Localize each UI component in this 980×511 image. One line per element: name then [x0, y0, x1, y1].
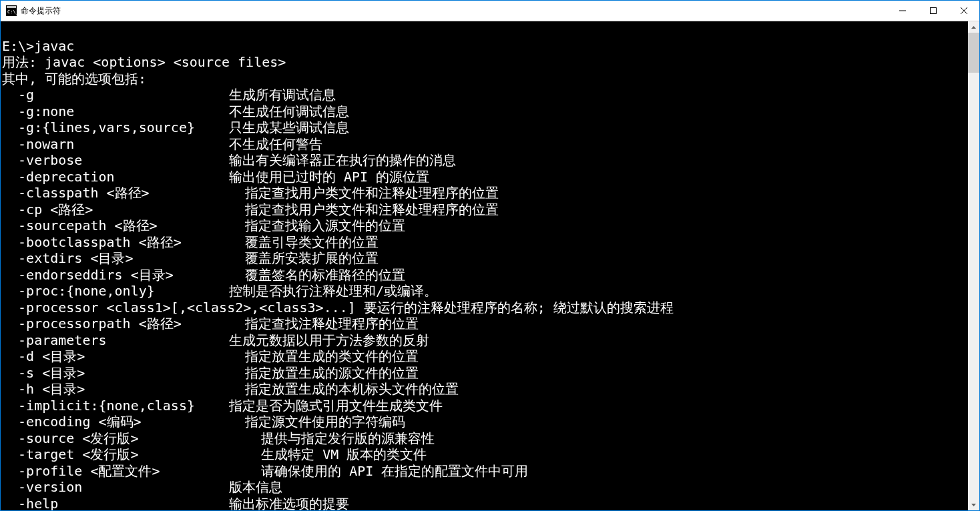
vertical-scrollbar[interactable] — [968, 21, 979, 510]
header-line: 其中, 可能的选项包括: — [2, 71, 146, 87]
option-desc: 指定查找用户类文件和注释处理程序的位置 — [229, 201, 499, 217]
titlebar[interactable]: C:\_ 命令提示符 — [1, 1, 979, 21]
option-flag: -version — [2, 479, 229, 496]
option-line: -bootclasspath <路径> 覆盖引导类文件的位置 — [2, 234, 968, 251]
option-flag: -cp <路径> — [2, 201, 229, 218]
option-line: -processorpath <路径> 指定查找注释处理程序的位置 — [2, 316, 968, 332]
option-flag: -sourcepath <路径> — [2, 217, 229, 234]
option-desc: 版本信息 — [229, 479, 282, 495]
option-line: -sourcepath <路径> 指定查找输入源文件的位置 — [2, 217, 968, 234]
option-flag: -g:{lines,vars,source} — [2, 119, 229, 136]
option-line: -h <目录> 指定放置生成的本机标头文件的位置 — [2, 381, 968, 398]
option-flag: -implicit:{none,class} — [2, 398, 229, 414]
option-flag: -deprecation — [2, 169, 229, 185]
option-flag: -g:none — [2, 103, 229, 120]
option-line: -version版本信息 — [2, 479, 968, 496]
option-desc: 指定是否为隐式引用文件生成类文件 — [229, 398, 443, 414]
close-button[interactable] — [949, 1, 979, 21]
option-desc: 指定查找注释处理程序的位置 — [229, 316, 419, 332]
option-line: -cp <路径> 指定查找用户类文件和注释处理程序的位置 — [2, 201, 968, 218]
cmd-icon: C:\_ — [6, 5, 17, 16]
option-line: -parameters生成元数据以用于方法参数的反射 — [2, 332, 968, 349]
option-desc: 生成元数据以用于方法参数的反射 — [229, 332, 429, 348]
scroll-up-arrow[interactable] — [968, 21, 979, 33]
option-line: -deprecation输出使用已过时的 API 的源位置 — [2, 169, 968, 185]
option-line: -profile <配置文件> 请确保使用的 API 在指定的配置文件中可用 — [2, 463, 968, 480]
option-desc: 指定放置生成的本机标头文件的位置 — [229, 381, 459, 397]
window-title: 命令提示符 — [21, 5, 61, 17]
option-flag: -target <发行版> — [2, 446, 229, 463]
option-flag: -s <目录> — [2, 365, 229, 382]
option-flag: -g — [2, 87, 229, 103]
option-line: -g:none不生成任何调试信息 — [2, 103, 968, 120]
option-line: -help输出标准选项的提要 — [2, 496, 968, 511]
option-desc: 覆盖所安装扩展的位置 — [229, 250, 379, 266]
option-line: -classpath <路径> 指定查找用户类文件和注释处理程序的位置 — [2, 185, 968, 201]
prompt: E:\> — [2, 38, 34, 54]
option-flag: -nowarn — [2, 136, 229, 153]
option-line: -nowarn不生成任何警告 — [2, 136, 968, 153]
option-desc: 指定查找用户类文件和注释处理程序的位置 — [229, 185, 499, 201]
client-area: E:\>javac 用法: javac <options> <source fi… — [1, 21, 979, 510]
option-flag: -verbose — [2, 152, 229, 169]
scroll-down-arrow[interactable] — [968, 499, 979, 510]
option-desc: 覆盖引导类文件的位置 — [229, 234, 379, 250]
option-flag: -d <目录> — [2, 348, 229, 365]
option-flag: -classpath <路径> — [2, 185, 229, 201]
option-desc: 输出有关编译器正在执行的操作的消息 — [229, 152, 456, 168]
option-flag: -processorpath <路径> — [2, 316, 229, 332]
option-flag: -h <目录> — [2, 381, 229, 398]
command: javac — [34, 38, 74, 54]
option-desc: 指定放置生成的源文件的位置 — [229, 365, 419, 381]
option-flag: -proc:{none,only} — [2, 283, 229, 300]
usage-line: 用法: javac <options> <source files> — [2, 54, 286, 70]
option-desc: 不生成任何调试信息 — [229, 103, 349, 119]
scroll-thumb[interactable] — [968, 33, 979, 73]
option-line: -implicit:{none,class}指定是否为隐式引用文件生成类文件 — [2, 398, 968, 414]
option-line: -encoding <编码> 指定源文件使用的字符编码 — [2, 414, 968, 430]
option-line: -processor <class1>[,<class2>,<class3>..… — [2, 300, 674, 316]
option-desc: 覆盖签名的标准路径的位置 — [229, 267, 405, 283]
maximize-button[interactable] — [918, 1, 949, 21]
minimize-button[interactable] — [887, 1, 918, 21]
command-prompt-window: C:\_ 命令提示符 E:\>javac 用法: javac <options>… — [0, 0, 980, 511]
option-desc: 指定放置生成的类文件的位置 — [229, 348, 419, 364]
empty-line — [2, 21, 10, 37]
terminal-output[interactable]: E:\>javac 用法: javac <options> <source fi… — [1, 21, 968, 510]
option-line: -source <发行版> 提供与指定发行版的源兼容性 — [2, 430, 968, 447]
option-desc: 指定查找输入源文件的位置 — [229, 217, 405, 233]
option-line: -g生成所有调试信息 — [2, 87, 968, 103]
option-line: -s <目录> 指定放置生成的源文件的位置 — [2, 365, 968, 382]
svg-rect-3 — [931, 8, 937, 14]
option-line: -endorseddirs <目录> 覆盖签名的标准路径的位置 — [2, 267, 968, 284]
option-line: -d <目录> 指定放置生成的类文件的位置 — [2, 348, 968, 365]
option-line: -g:{lines,vars,source}只生成某些调试信息 — [2, 119, 968, 136]
option-desc: 请确保使用的 API 在指定的配置文件中可用 — [229, 463, 528, 479]
option-desc: 不生成任何警告 — [229, 136, 322, 152]
option-flag: -endorseddirs <目录> — [2, 267, 229, 284]
option-desc: 指定源文件使用的字符编码 — [229, 414, 405, 430]
option-flag: -profile <配置文件> — [2, 463, 229, 480]
option-desc: 输出使用已过时的 API 的源位置 — [229, 169, 429, 185]
option-flag: -bootclasspath <路径> — [2, 234, 229, 251]
option-flag: -extdirs <目录> — [2, 250, 229, 267]
option-desc: 提供与指定发行版的源兼容性 — [229, 430, 435, 446]
svg-text:C:\_: C:\_ — [7, 9, 17, 15]
option-desc: 控制是否执行注释处理和/或编译。 — [229, 283, 437, 299]
option-line: -proc:{none,only}控制是否执行注释处理和/或编译。 — [2, 283, 968, 300]
option-flag: -parameters — [2, 332, 229, 349]
option-line: -extdirs <目录> 覆盖所安装扩展的位置 — [2, 250, 968, 267]
svg-rect-1 — [7, 6, 16, 8]
option-flag: -source <发行版> — [2, 430, 229, 447]
option-flag: -encoding <编码> — [2, 414, 229, 430]
option-desc: 输出标准选项的提要 — [229, 496, 349, 511]
prompt-line: E:\>javac — [2, 38, 74, 54]
option-desc: 只生成某些调试信息 — [229, 119, 349, 135]
option-line: -verbose输出有关编译器正在执行的操作的消息 — [2, 152, 968, 169]
option-flag: -help — [2, 496, 229, 511]
option-line: -target <发行版> 生成特定 VM 版本的类文件 — [2, 446, 968, 463]
option-desc: 生成所有调试信息 — [229, 87, 336, 103]
option-desc: 生成特定 VM 版本的类文件 — [229, 446, 427, 462]
